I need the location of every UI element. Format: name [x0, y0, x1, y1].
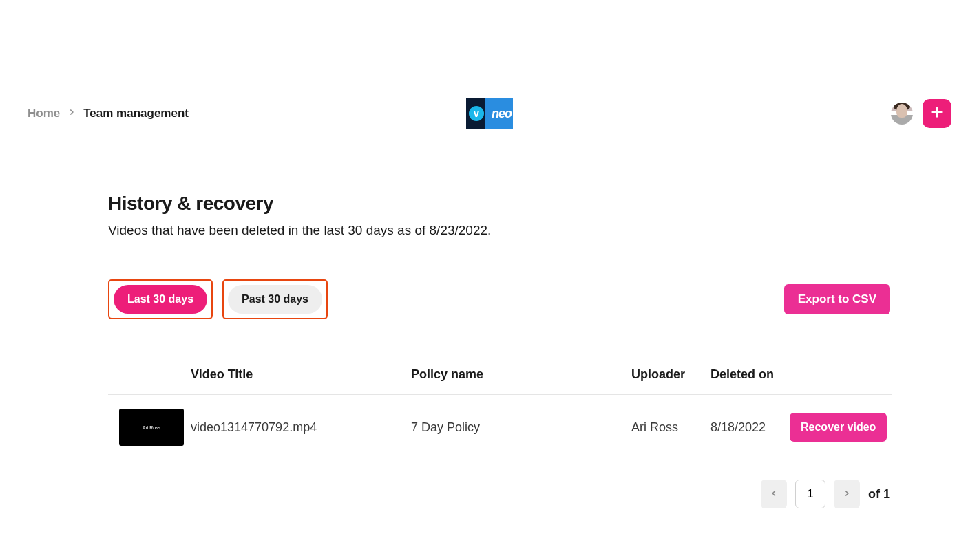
col-policy-name: Policy name [411, 367, 631, 382]
plus-icon [930, 105, 944, 122]
breadcrumb-current: Team management [83, 107, 189, 120]
highlight-box: Past 30 days [222, 279, 328, 319]
pagination: of 1 [108, 460, 892, 508]
brand-logo: v neo [466, 98, 513, 129]
filter-past-30-days[interactable]: Past 30 days [228, 285, 322, 314]
deleted-videos-table: Video Title Policy name Uploader Deleted… [108, 367, 892, 460]
page-subtitle: Videos that have been deleted in the las… [108, 223, 892, 238]
page-number-input[interactable] [795, 480, 825, 508]
cell-uploader: Ari Ross [631, 420, 710, 435]
breadcrumb: Home Team management [28, 107, 189, 120]
col-video-title: Video Title [191, 367, 411, 382]
add-button[interactable] [923, 99, 951, 128]
video-thumbnail[interactable]: Ari Ross [119, 409, 184, 446]
avatar[interactable] [891, 103, 913, 125]
chevron-right-icon [842, 488, 852, 500]
export-csv-button[interactable]: Export to CSV [784, 284, 890, 314]
cell-policy: 7 Day Policy [411, 420, 631, 435]
chevron-left-icon [769, 488, 779, 500]
col-deleted-on: Deleted on [710, 367, 790, 382]
page-of-label: of 1 [868, 487, 890, 502]
page-prev-button[interactable] [761, 480, 787, 508]
breadcrumb-home[interactable]: Home [28, 107, 60, 120]
table-row: Ari Ross video1314770792.mp4 7 Day Polic… [108, 395, 892, 460]
page-next-button[interactable] [834, 480, 860, 508]
highlight-box: Last 30 days [108, 279, 213, 319]
col-uploader: Uploader [631, 367, 710, 382]
filter-last-30-days[interactable]: Last 30 days [114, 285, 207, 314]
recover-video-button[interactable]: Recover video [790, 413, 887, 442]
cell-deleted-on: 8/18/2022 [710, 420, 790, 435]
chevron-right-icon [67, 107, 76, 120]
page-title: History & recovery [108, 193, 892, 215]
cell-video-title: video1314770792.mp4 [191, 420, 411, 435]
